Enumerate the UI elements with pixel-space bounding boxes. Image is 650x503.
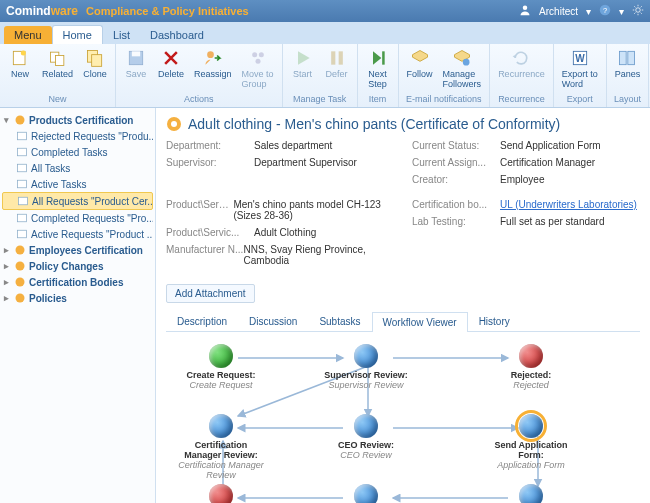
wf-node-send-application[interactable]: Send Application Form:Application Form — [486, 414, 576, 470]
next-step-button[interactable]: Next Step — [362, 46, 394, 93]
tab-list[interactable]: List — [103, 26, 140, 44]
tree-rejected-requests[interactable]: Rejected Requests "Produ... — [2, 128, 153, 144]
chevron-down-icon[interactable]: ▾ — [619, 6, 624, 17]
wf-node-cert-manager-review[interactable]: Certification Manager Review:Certificati… — [176, 414, 266, 480]
follow-button[interactable]: Follow — [403, 46, 437, 93]
tree-active-tasks[interactable]: Active Tasks — [2, 176, 153, 192]
value-lab-testing: Full set as per standard — [500, 216, 605, 227]
label-product-category: Product\Servic... — [166, 227, 254, 238]
svg-rect-28 — [18, 180, 27, 188]
tree-policy-changes[interactable]: ▸Policy Changes — [2, 258, 153, 274]
wf-node-create[interactable]: Create Request:Create Request — [176, 344, 266, 390]
tab-dashboard[interactable]: Dashboard — [140, 26, 214, 44]
svg-point-19 — [463, 59, 470, 66]
group-export: Export — [558, 93, 602, 105]
clone-button[interactable]: Clone — [79, 46, 111, 93]
detail-tabs: Description Discussion Subtasks Workflow… — [166, 311, 640, 332]
value-cert-body[interactable]: UL (Underwriters Laboratories) — [500, 199, 637, 210]
tab-subtasks[interactable]: Subtasks — [308, 311, 371, 331]
wf-node-ceo-review[interactable]: CEO Review:CEO Review — [321, 414, 411, 460]
tree-all-tasks[interactable]: All Tasks — [2, 160, 153, 176]
move-to-group-button[interactable]: Move to Group — [238, 46, 278, 93]
item-icon — [166, 116, 182, 132]
tab-discussion[interactable]: Discussion — [238, 311, 308, 331]
tree-certification-bodies[interactable]: ▸Certification Bodies — [2, 274, 153, 290]
user-icon[interactable] — [519, 4, 531, 18]
sidebar: ▾Products Certification Rejected Request… — [0, 108, 156, 503]
new-button[interactable]: New — [4, 46, 36, 93]
ribbon-tabs: Menu Home List Dashboard — [0, 22, 650, 44]
tab-description[interactable]: Description — [166, 311, 238, 331]
export-word-button[interactable]: WExport to Word — [558, 46, 602, 93]
svg-rect-16 — [331, 51, 335, 64]
group-new: New — [4, 93, 111, 105]
value-creator: Employee — [500, 174, 544, 185]
label-status: Current Status: — [412, 140, 500, 151]
wf-node-audit-stage[interactable]: Audit Stage:Audit Stage — [321, 484, 411, 503]
svg-rect-30 — [18, 214, 27, 222]
tree-all-requests[interactable]: All Requests "Product Cer... — [2, 192, 153, 210]
svg-point-12 — [207, 51, 214, 58]
group-manage-task: Manage Task — [287, 93, 353, 105]
group-recurrence: Recurrence — [494, 93, 549, 105]
group-actions: Actions — [120, 93, 278, 105]
wf-node-supervisor-review[interactable]: Supervisor Review:Supervisor Review — [321, 344, 411, 390]
tree-active-requests[interactable]: Active Requests "Product ... — [2, 226, 153, 242]
svg-point-24 — [16, 116, 25, 125]
label-cert-body: Certification bo... — [412, 199, 500, 210]
tree-policies[interactable]: ▸Policies — [2, 290, 153, 306]
reassign-button[interactable]: Reassign — [190, 46, 236, 93]
svg-rect-23 — [628, 51, 635, 64]
tree-completed-requests[interactable]: Completed Requests "Pro... — [2, 210, 153, 226]
panes-button[interactable]: Panes — [611, 46, 645, 93]
user-label[interactable]: Architect — [539, 6, 578, 17]
tab-workflow-viewer[interactable]: Workflow Viewer — [372, 312, 468, 332]
settings-icon[interactable] — [632, 4, 644, 18]
tree-products-certification[interactable]: ▾Products Certification — [2, 112, 153, 128]
wf-node-received-audit-plan[interactable]: Received Audit Plan:Received Audit Plan — [486, 484, 576, 503]
add-attachment-button[interactable]: Add Attachment — [166, 284, 255, 303]
svg-rect-11 — [132, 51, 140, 56]
label-product-service: Product\Servic... — [166, 199, 233, 221]
svg-rect-7 — [55, 56, 63, 66]
wf-node-rejected[interactable]: Rejected:Rejected — [486, 344, 576, 390]
svg-rect-9 — [92, 55, 102, 67]
label-assignee: Current Assign... — [412, 157, 500, 168]
titlebar: Comindware Compliance & Policy Initiativ… — [0, 0, 650, 22]
help-icon[interactable]: ? — [599, 4, 611, 18]
value-manufacturer: NNS, Svay Rieng Province, Cambodia — [244, 244, 394, 266]
svg-point-0 — [523, 6, 528, 11]
svg-rect-22 — [620, 51, 627, 64]
svg-text:?: ? — [603, 6, 607, 15]
defer-button[interactable]: Defer — [321, 46, 353, 93]
svg-point-37 — [171, 121, 177, 127]
start-button[interactable]: Start — [287, 46, 319, 93]
wf-node-certificate-issued[interactable]: Certificate Issued:Certificate Issued — [176, 484, 266, 503]
tree-completed-tasks[interactable]: Completed Tasks — [2, 144, 153, 160]
tab-menu[interactable]: Menu — [4, 26, 52, 44]
svg-point-14 — [258, 52, 263, 57]
value-assignee: Certification Manager — [500, 157, 595, 168]
recurrence-button[interactable]: Recurrence — [494, 46, 549, 93]
group-email: E-mail notifications — [403, 93, 486, 105]
value-product-category: Adult Clothing — [254, 227, 316, 238]
value-status: Send Application Form — [500, 140, 601, 151]
svg-rect-26 — [18, 148, 27, 156]
delete-button[interactable]: Delete — [154, 46, 188, 93]
manage-followers-button[interactable]: Manage Followers — [439, 46, 486, 93]
value-supervisor: Department Supervisor — [254, 157, 357, 168]
ribbon: New Related Clone New Save Delete Reassi… — [0, 44, 650, 108]
svg-rect-27 — [18, 164, 27, 172]
save-button[interactable]: Save — [120, 46, 152, 93]
svg-rect-29 — [19, 197, 28, 205]
svg-point-33 — [16, 262, 25, 271]
label-creator: Creator: — [412, 174, 500, 185]
tree-employees-certification[interactable]: ▸Employees Certification — [2, 242, 153, 258]
svg-text:W: W — [575, 53, 585, 64]
brand-logo: Comindware — [6, 4, 78, 18]
tab-home[interactable]: Home — [52, 25, 103, 44]
chevron-down-icon[interactable]: ▾ — [586, 6, 591, 17]
tab-history[interactable]: History — [468, 311, 521, 331]
svg-rect-17 — [338, 51, 342, 64]
related-button[interactable]: Related — [38, 46, 77, 93]
